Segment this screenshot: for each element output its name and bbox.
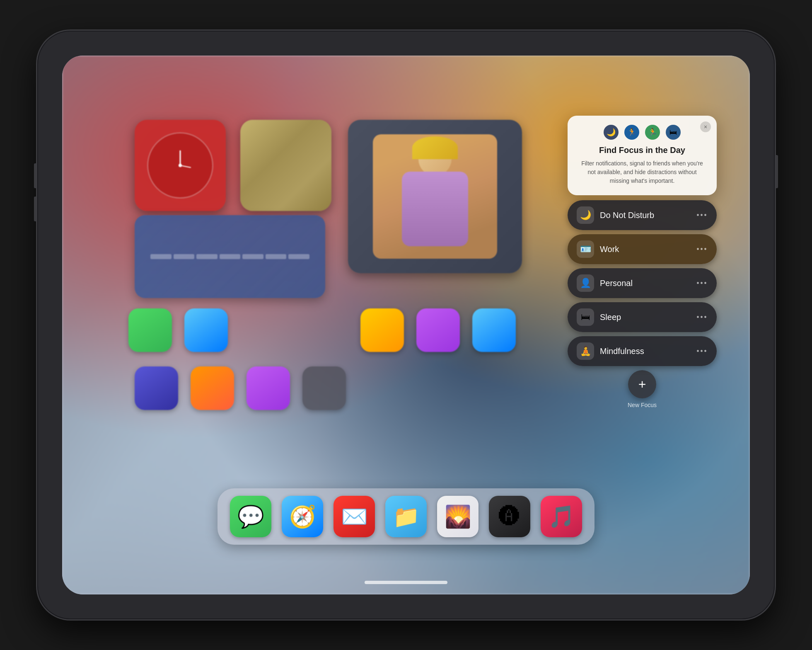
- bed-icon: 🛏: [666, 125, 681, 140]
- work-item[interactable]: 🪪 Work •••: [568, 234, 717, 264]
- focus-info-card: 🌙 🏃 🏃 🛏 × Find Focus in the Day Filter n…: [568, 116, 717, 195]
- work-label: Work: [600, 245, 696, 254]
- close-button[interactable]: ×: [700, 121, 711, 132]
- power-button[interactable]: [775, 155, 778, 188]
- moon-icon: 🌙: [604, 125, 619, 140]
- focus-info-title: Find Focus in the Day: [578, 146, 707, 155]
- svg-point-2: [179, 164, 182, 167]
- messages-icon[interactable]: [128, 308, 172, 352]
- dock-appstore-icon[interactable]: 🅐: [489, 496, 530, 537]
- icon-dark[interactable]: [302, 366, 346, 410]
- maps-widget[interactable]: [240, 120, 331, 211]
- dock-safari-icon[interactable]: 🧭: [282, 496, 323, 537]
- personal-dots[interactable]: •••: [696, 279, 708, 288]
- dock-messages-icon[interactable]: 💬: [230, 496, 271, 537]
- sleep-item[interactable]: 🛏 Sleep •••: [568, 302, 717, 332]
- home-indicator: [365, 581, 447, 584]
- calendar-widget[interactable]: [135, 215, 325, 298]
- mindfulness-label: Mindfulness: [600, 347, 696, 356]
- sleep-dots[interactable]: •••: [696, 313, 708, 322]
- mindfulness-icon: 🧘: [577, 342, 594, 360]
- run-icon: 🏃: [645, 125, 660, 140]
- focus-panel: 🌙 🏃 🏃 🛏 × Find Focus in the Day Filter n…: [568, 116, 717, 408]
- app-icons-row-3: [360, 308, 516, 352]
- do-not-disturb-item[interactable]: 🌙 Do Not Disturb •••: [568, 200, 717, 230]
- clock-face: [147, 132, 213, 199]
- work-dots[interactable]: •••: [696, 245, 708, 254]
- dock-mail-icon[interactable]: ✉️: [334, 496, 375, 537]
- sleep-icon: 🛏: [577, 308, 594, 326]
- do-not-disturb-dots[interactable]: •••: [696, 211, 708, 220]
- volume-down-button[interactable]: [34, 196, 37, 221]
- person-photo: [373, 134, 497, 259]
- icon-yellow[interactable]: [360, 308, 404, 352]
- icon-blue2[interactable]: [472, 308, 516, 352]
- volume-up-button[interactable]: [34, 163, 37, 188]
- new-focus-button[interactable]: +: [628, 370, 656, 398]
- do-not-disturb-icon: 🌙: [577, 206, 594, 224]
- dock-photos-icon[interactable]: 🌄: [437, 496, 479, 537]
- icon-purple[interactable]: [416, 308, 460, 352]
- tablet-screen: 💬 🧭 ✉️ 📁 🌄 🅐 🎵: [62, 56, 750, 594]
- icon-indigo[interactable]: [135, 366, 178, 410]
- work-card-icon: 🏃: [624, 125, 639, 140]
- dock: 💬 🧭 ✉️ 📁 🌄 🅐 🎵: [218, 488, 594, 545]
- dock-files-icon[interactable]: 📁: [385, 496, 427, 537]
- new-focus-container: + New Focus: [568, 370, 717, 408]
- app-icons-row-2: [135, 366, 346, 410]
- icon-orange[interactable]: [191, 366, 234, 410]
- work-icon: 🪪: [577, 240, 594, 258]
- mindfulness-dots[interactable]: •••: [696, 347, 708, 356]
- safari-icon[interactable]: [184, 308, 228, 352]
- focus-mode-icons: 🌙 🏃 🏃 🛏: [578, 125, 707, 140]
- new-focus-label: New Focus: [628, 402, 657, 408]
- photo-widget[interactable]: [348, 120, 522, 273]
- focus-info-description: Filter notifications, signal to friends …: [578, 159, 707, 185]
- app-icons-row-1: [128, 308, 228, 352]
- do-not-disturb-label: Do Not Disturb: [600, 211, 696, 220]
- icon-purple2[interactable]: [247, 366, 290, 410]
- tablet-frame: 💬 🧭 ✉️ 📁 🌄 🅐 🎵: [37, 31, 775, 619]
- dock-music-icon[interactable]: 🎵: [541, 496, 582, 537]
- personal-icon: 👤: [577, 274, 594, 292]
- mindfulness-item[interactable]: 🧘 Mindfulness •••: [568, 336, 717, 366]
- personal-label: Personal: [600, 279, 696, 288]
- personal-item[interactable]: 👤 Personal •••: [568, 268, 717, 298]
- clock-widget[interactable]: [135, 120, 226, 211]
- sleep-label: Sleep: [600, 313, 696, 322]
